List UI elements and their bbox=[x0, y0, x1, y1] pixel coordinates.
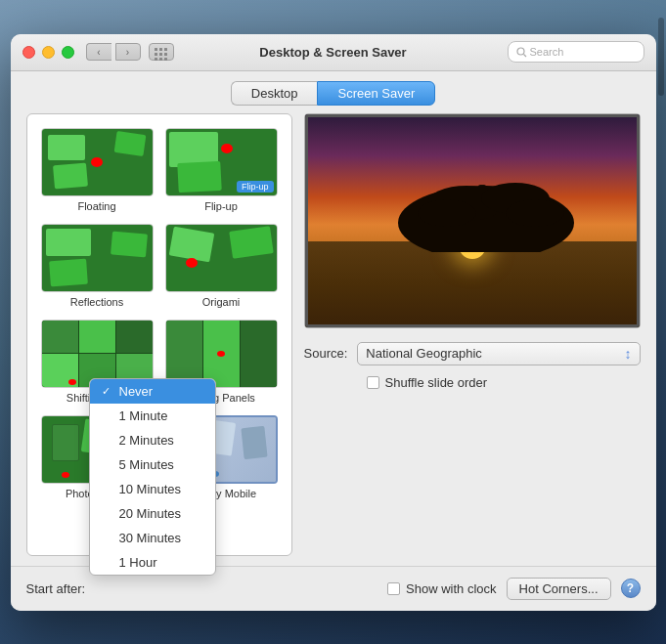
back-button[interactable]: ‹ bbox=[86, 43, 111, 61]
svg-line-1 bbox=[523, 54, 526, 57]
dropdown-item-1hour[interactable]: 1 Hour bbox=[90, 550, 215, 575]
screensaver-thumb-reflections bbox=[41, 224, 154, 292]
screensaver-label-floating: Floating bbox=[77, 200, 115, 212]
dropdown-label-1min: 1 Minute bbox=[119, 408, 168, 423]
tab-desktop[interactable]: Desktop bbox=[231, 81, 318, 106]
shuffle-label: Shuffle slide order bbox=[385, 375, 488, 390]
search-box[interactable]: Search bbox=[508, 41, 644, 63]
close-button[interactable] bbox=[22, 46, 35, 59]
screensaver-badge-flipup: Flip-up bbox=[237, 181, 274, 193]
screensaver-label-origami: Origami bbox=[202, 296, 241, 308]
nav-buttons: ‹ › bbox=[86, 43, 141, 61]
help-button[interactable]: ? bbox=[621, 579, 641, 598]
preview-container bbox=[304, 113, 641, 328]
forward-button[interactable]: › bbox=[115, 43, 141, 61]
dropdown-label-20min: 20 Minutes bbox=[119, 506, 182, 521]
dropdown-item-2min[interactable]: 2 Minutes bbox=[90, 428, 215, 452]
screensaver-thumb-flipup: Flip-up bbox=[165, 128, 278, 196]
dropdown-item-20min[interactable]: 20 Minutes bbox=[90, 501, 215, 526]
dropdown-item-1min[interactable]: 1 Minute bbox=[90, 404, 215, 428]
window-title: Desktop & Screen Saver bbox=[259, 45, 406, 60]
screensaver-label-reflections: Reflections bbox=[70, 296, 123, 308]
search-placeholder: Search bbox=[530, 46, 564, 58]
dropdown-label-30min: 30 Minutes bbox=[119, 531, 182, 545]
checkmark-icon: ✓ bbox=[102, 385, 113, 398]
screensaver-item-floating[interactable]: Floating bbox=[35, 122, 159, 218]
screensaver-thumb-floating bbox=[41, 128, 154, 196]
dropdown-popup: ✓ Never 1 Minute 2 Minutes 5 Minutes 10 … bbox=[89, 378, 216, 576]
source-select-value: National Geographic bbox=[366, 346, 482, 361]
screensaver-item-flipup[interactable]: Flip-up Flip-up bbox=[159, 122, 284, 218]
dropdown-item-5min[interactable]: 5 Minutes bbox=[90, 452, 215, 477]
dropdown-label-never: Never bbox=[119, 384, 154, 399]
titlebar: ‹ › Desktop & Screen Saver Search bbox=[11, 34, 656, 71]
show-clock-row: Show with clock bbox=[387, 581, 496, 596]
svg-point-0 bbox=[517, 48, 524, 55]
screensaver-item-reflections[interactable]: Reflections bbox=[35, 218, 159, 314]
dropdown-item-30min[interactable]: 30 Minutes bbox=[90, 526, 215, 550]
grid-button[interactable] bbox=[149, 43, 174, 61]
screensaver-thumb-origami bbox=[165, 224, 278, 292]
maximize-button[interactable] bbox=[62, 46, 74, 59]
dropdown-item-never[interactable]: ✓ Never bbox=[90, 379, 215, 404]
shuffle-checkbox[interactable] bbox=[367, 376, 379, 389]
bottom-bar: Start after: ✓ Never 1 Minute 2 Minutes … bbox=[11, 566, 656, 611]
shuffle-row: Shuffle slide order bbox=[367, 375, 641, 390]
source-row: Source: National Geographic ↕ bbox=[304, 342, 641, 365]
main-window: ‹ › Desktop & Screen Saver Search Deskto… bbox=[11, 34, 656, 611]
show-clock-checkbox[interactable] bbox=[387, 582, 400, 595]
show-clock-label: Show with clock bbox=[406, 581, 496, 596]
search-icon bbox=[516, 47, 527, 58]
dropdown-label-10min: 10 Minutes bbox=[119, 482, 182, 496]
screensaver-item-origami[interactable]: Origami bbox=[159, 218, 284, 314]
dropdown-label-2min: 2 Minutes bbox=[119, 433, 174, 448]
source-label: Source: bbox=[304, 346, 348, 361]
preview-border bbox=[305, 114, 640, 327]
dropdown-label-5min: 5 Minutes bbox=[119, 457, 174, 472]
hot-corners-button[interactable]: Hot Corners... bbox=[507, 578, 611, 600]
dropdown-item-10min[interactable]: 10 Minutes bbox=[90, 477, 215, 501]
minimize-button[interactable] bbox=[42, 46, 55, 59]
start-after-label: Start after: bbox=[26, 581, 86, 596]
dropdown-label-1hour: 1 Hour bbox=[119, 555, 157, 570]
tabs-bar: Desktop Screen Saver bbox=[11, 71, 656, 113]
traffic-lights bbox=[22, 46, 74, 59]
preview-panel: Source: National Geographic ↕ Shuffle sl… bbox=[304, 113, 641, 556]
preview-image bbox=[305, 114, 640, 327]
screensaver-label-flipup: Flip-up bbox=[204, 200, 238, 212]
select-arrow-icon: ↕ bbox=[625, 346, 632, 362]
tab-screensaver[interactable]: Screen Saver bbox=[317, 81, 435, 106]
source-select[interactable]: National Geographic ↕ bbox=[357, 342, 640, 365]
